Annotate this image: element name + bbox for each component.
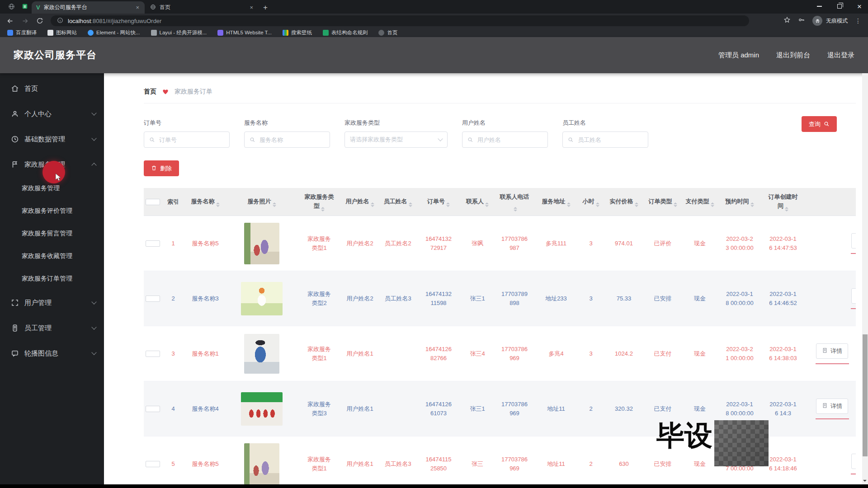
cell-contact-phone-value: 17703786969 <box>501 345 528 363</box>
bookmark-star-icon[interactable] <box>783 16 791 25</box>
bookmark-item[interactable]: Element - 网站快... <box>88 29 140 36</box>
close-window-button[interactable]: × <box>857 3 862 10</box>
filter-input-4[interactable] <box>577 136 643 144</box>
row-checkbox[interactable] <box>146 406 160 412</box>
back-button[interactable] <box>6 17 14 25</box>
row-checkbox[interactable] <box>146 240 160 247</box>
row-checkbox[interactable] <box>146 461 160 467</box>
column-header-6[interactable]: 订单号 <box>417 195 460 209</box>
close-tab-icon[interactable]: × <box>135 4 140 11</box>
column-header-8[interactable]: 联系人电话 <box>495 191 534 213</box>
column-header-12[interactable]: 订单类型 <box>644 195 682 209</box>
column-header-5[interactable]: 员工姓名 <box>379 195 417 209</box>
browser-tab-active[interactable]: V 家政公司服务平台 × <box>32 1 145 14</box>
sidebar-item-4[interactable]: 用户管理 <box>0 290 104 315</box>
filter-input-3[interactable] <box>476 136 542 144</box>
table-row: 1服务名称5家政服务类型1用户姓名2员工姓名21647413272917张飒17… <box>144 216 856 271</box>
cell-order-type: 已支付 <box>644 403 682 415</box>
bookmark-item[interactable]: 首页 <box>378 29 397 36</box>
filter-input-0[interactable] <box>158 136 224 144</box>
row-checkbox[interactable] <box>146 296 160 302</box>
bookmark-label: 百度翻译 <box>16 29 37 36</box>
detail-button[interactable]: 详情 <box>816 399 848 414</box>
column-header-2[interactable]: 服务照片 <box>226 195 297 209</box>
sidebar-item-6[interactable]: 轮播图信息 <box>0 341 104 366</box>
wallpaper-icon <box>283 30 288 36</box>
minimize-button[interactable] <box>817 6 822 7</box>
cell-create-time: 2022-03-16 14:38:03 <box>761 343 805 365</box>
table-header: 索引服务名称服务照片家政服务类型用户姓名员工姓名订单号联系人联系人电话服务地址小… <box>144 188 856 216</box>
info-icon[interactable] <box>57 17 63 25</box>
sidebar-subitem-2[interactable]: 家政服务留言管理 <box>0 222 104 245</box>
forward-button[interactable] <box>21 17 29 25</box>
sidebar-item-1[interactable]: 个人中心 <box>0 101 104 127</box>
sidebar-subitem-4[interactable]: 家政服务订单管理 <box>0 267 104 290</box>
new-tab-button[interactable]: + <box>263 3 268 12</box>
search-icon <box>149 137 155 143</box>
bookmark-item[interactable]: Layui - 经典开源模... <box>151 29 207 36</box>
pinned-tab-globe[interactable] <box>5 1 18 13</box>
bookmark-item[interactable]: 百度翻译 <box>7 29 37 36</box>
select-all-checkbox[interactable] <box>146 199 160 205</box>
sidebar-item-5[interactable]: 员工管理 <box>0 315 104 341</box>
sidebar-subitem-1[interactable]: 家政服务评价管理 <box>0 200 104 222</box>
sidebar-item-0[interactable]: 首页 <box>0 76 104 101</box>
column-header-9[interactable]: 服务地址 <box>534 195 578 209</box>
kitchen-cleaning-photo <box>244 334 279 374</box>
column-header-3[interactable]: 家政服务类型 <box>297 191 341 213</box>
sidebar-item-label: 员工管理 <box>24 324 87 333</box>
detail-button[interactable]: 详情 <box>816 343 848 359</box>
filter-2: 家政服务类型请选择家政服务类型 <box>344 119 448 148</box>
detail-button[interactable]: 详情 <box>851 288 856 304</box>
column-header-7[interactable]: 联系人 <box>460 195 495 209</box>
column-header-actions <box>805 200 856 204</box>
sort-caret-icon <box>514 207 517 211</box>
search-button[interactable]: 查询 <box>802 116 837 132</box>
bookmark-item[interactable]: 表结构命名规则 <box>323 29 368 36</box>
column-header-10[interactable]: 小时 <box>578 195 604 209</box>
cell-contact-phone-value: 17703789898 <box>501 290 528 308</box>
breadcrumb-root[interactable]: 首页 <box>144 88 156 96</box>
browser-tab-home[interactable]: 首页 × <box>146 1 259 14</box>
cell-service-address-value: 地址11 <box>542 460 570 469</box>
cell-service-photo <box>226 221 297 266</box>
column-header-13[interactable]: 支付类型 <box>682 195 718 209</box>
cell-staff-name: 员工姓名3 <box>379 292 417 305</box>
logout-link[interactable]: 退出登录 <box>827 51 854 60</box>
column-header-15[interactable]: 订单创建时间 <box>761 191 805 213</box>
key-icon[interactable] <box>798 16 805 25</box>
close-tab-icon[interactable]: × <box>249 4 254 11</box>
scrollbar-thumb[interactable] <box>863 334 868 456</box>
cell-index-value: 2 <box>164 294 183 303</box>
column-header-1[interactable]: 服务名称 <box>184 195 226 209</box>
sidebar-item-2[interactable]: 基础数据管理 <box>0 127 104 152</box>
cell-service-type: 家政服务类型1 <box>297 343 341 365</box>
detail-button[interactable]: 详情 <box>851 454 856 469</box>
restore-button[interactable] <box>837 4 842 9</box>
type-select[interactable]: 请选择家政服务类型 <box>344 131 448 148</box>
address-bar[interactable]: localhost:8081/#/jiazhengfuwuOrder <box>51 15 749 26</box>
column-header-14[interactable]: 预约时间 <box>718 195 761 209</box>
cell-order-type: 已安排 <box>644 292 682 305</box>
pinned-tab-sheet[interactable] <box>18 1 32 13</box>
refresh-button[interactable] <box>36 17 43 24</box>
column-header-4[interactable]: 用户姓名 <box>341 195 379 209</box>
cell-actions: 详情 <box>805 231 856 256</box>
detail-button[interactable]: 详情 <box>851 233 856 249</box>
filter-input-1[interactable] <box>259 136 325 144</box>
sidebar-subitem-3[interactable]: 家政服务收藏管理 <box>0 245 104 267</box>
bookmark-item[interactable]: HTML5 Website T... <box>217 30 272 36</box>
page-scrollbar[interactable] <box>862 73 868 484</box>
bookmark-item[interactable]: 搜索壁纸 <box>283 29 312 36</box>
cell-order-type-value: 已支付 <box>646 349 680 358</box>
delete-button[interactable]: 删除 <box>144 160 179 176</box>
cell-service-type: 家政服务类型1 <box>297 453 341 475</box>
column-header-11[interactable]: 实付价格 <box>604 195 644 209</box>
scrollbar-down-arrow[interactable] <box>863 480 867 483</box>
bookmark-item[interactable]: 图标网站 <box>47 29 77 36</box>
row-checkbox[interactable] <box>146 351 160 357</box>
exit-to-front-link[interactable]: 退出到前台 <box>776 51 810 60</box>
cell-contact-phone: 17703786969 <box>495 398 534 420</box>
cell-pay-type-value: 现金 <box>684 349 716 358</box>
browser-menu-icon[interactable]: ⋮ <box>855 17 862 24</box>
